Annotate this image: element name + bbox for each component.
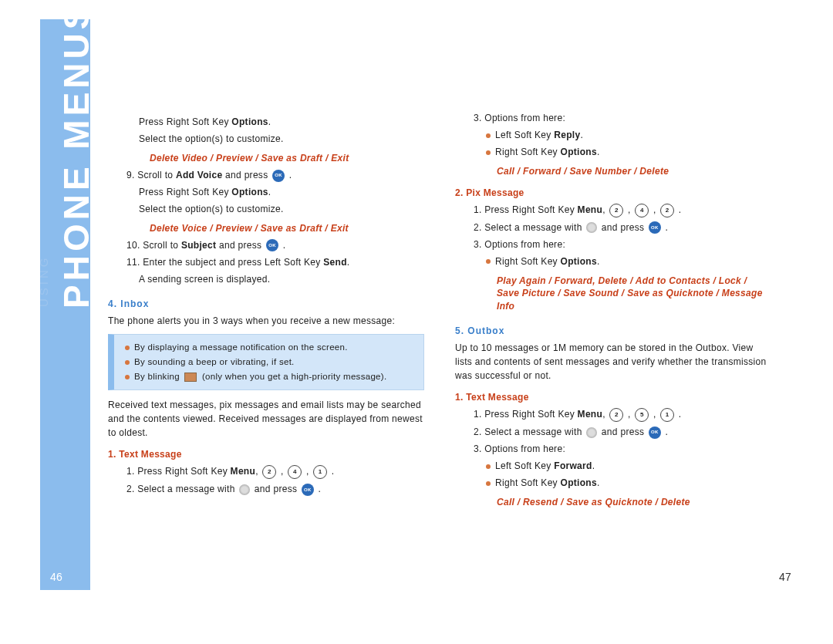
- option-line: Left Soft Key Reply.: [455, 128, 771, 142]
- bold-text: Menu: [578, 204, 603, 215]
- sub-heading-text-message: 1. Text Message: [108, 447, 424, 461]
- step: 3. Options from here:: [455, 238, 771, 251]
- alert-line: By blinking (only when you get a high-pr…: [125, 370, 416, 383]
- text: 2. Select a message with: [474, 222, 585, 233]
- text: 11. Enter the subject and press Left Sof…: [126, 257, 323, 268]
- text: Press Right Soft Key: [139, 116, 231, 127]
- text-line: Select the option(s) to customize.: [108, 132, 424, 146]
- text: Right Soft Key: [495, 477, 561, 488]
- option-line: Right Soft Key Options.: [455, 255, 771, 268]
- bullet-icon: [486, 464, 491, 469]
- menu-ok-icon: OK: [649, 427, 661, 439]
- bold-text: Menu: [231, 466, 256, 477]
- text: Left Soft Key: [495, 460, 554, 471]
- text: and press: [251, 484, 300, 494]
- text: and press: [599, 222, 647, 233]
- option-list-highlight: Call / Resend / Save as Quicknote / Dele…: [497, 496, 771, 509]
- menu-ok-icon: OK: [302, 484, 314, 496]
- text: and press: [222, 170, 271, 180]
- envelope-icon: [184, 373, 197, 382]
- keypad-5-icon: 5: [635, 408, 649, 422]
- text-line: Press Right Soft Key Options.: [108, 185, 424, 199]
- text: .: [268, 187, 271, 197]
- paragraph: Up to 10 messages or 1M memory can be st…: [455, 341, 771, 383]
- text: By sounding a beep or vibrating, if set.: [134, 357, 295, 366]
- step: 1. Press Right Soft Key Menu, 2 , 4 , 2 …: [455, 203, 771, 217]
- sub-heading-text-message: 1. Text Message: [455, 390, 771, 404]
- keypad-4-icon: 4: [635, 204, 649, 217]
- bold-text: Options: [561, 256, 597, 267]
- section-heading-outbox: 5. Outbox: [455, 324, 771, 338]
- section-heading-inbox: 4. Inbox: [108, 297, 424, 311]
- text: .: [268, 116, 271, 127]
- text: 1. Press Right Soft Key: [474, 409, 578, 420]
- text: 10. Scroll to: [126, 240, 181, 251]
- step: 10. Scroll to Subject and press OK .: [108, 238, 424, 252]
- text: ,: [255, 466, 261, 477]
- paragraph: Received text messages, pix messages and…: [108, 398, 424, 440]
- bullet-icon: [486, 259, 491, 264]
- paragraph: The phone alerts you in 3 ways when you …: [108, 314, 424, 328]
- option-list-highlight: Delete Video / Preview / Save as Draft /…: [150, 152, 424, 165]
- text: and press: [216, 240, 265, 251]
- menu-ok-icon: OK: [266, 239, 278, 251]
- bold-text: Subject: [181, 240, 216, 251]
- text: Right Soft Key: [495, 147, 561, 157]
- option-list-highlight: Delete Voice / Preview / Save as Draft /…: [150, 222, 424, 235]
- text: Left Soft Key: [495, 130, 554, 140]
- bold-text: Options: [561, 147, 597, 157]
- keypad-1-icon: 1: [660, 408, 674, 422]
- text: Right Soft Key: [495, 256, 561, 267]
- bold-text: Reply: [554, 130, 580, 140]
- option-list-highlight: Call / Forward / Save Number / Delete: [497, 165, 771, 178]
- step: 2. Select a message with and press OK .: [108, 482, 424, 496]
- alert-line: By sounding a beep or vibrating, if set.: [125, 356, 416, 369]
- left-column: Press Right Soft Key Options. Select the…: [108, 112, 424, 499]
- step: 3. Options from here:: [455, 442, 771, 456]
- bullet-icon: [125, 360, 130, 365]
- option-line: Left Soft Key Forward.: [455, 459, 771, 473]
- nav-direction-icon: [239, 484, 250, 495]
- step: 3. Options from here:: [455, 111, 771, 125]
- text: .: [347, 257, 350, 268]
- text-line: Press Right Soft Key Options.: [108, 115, 424, 129]
- nav-direction-icon: [586, 427, 597, 438]
- keypad-2-icon: 2: [660, 204, 674, 217]
- bullet-icon: [486, 150, 491, 155]
- text: (only when you get a high-priority messa…: [199, 372, 386, 381]
- right-column: 3. Options from here: Left Soft Key Repl…: [455, 108, 771, 512]
- keypad-2-icon: 2: [262, 465, 276, 479]
- text: By displaying a message notification on …: [134, 342, 348, 352]
- sidebar-title-large: PHONE MENUS: [56, 2, 97, 309]
- text-line: Select the option(s) to customize.: [108, 202, 424, 216]
- text: and press: [599, 427, 647, 437]
- step: 9. Scroll to Add Voice and press OK .: [108, 168, 424, 182]
- keypad-2-icon: 2: [609, 408, 623, 422]
- bold-text: Options: [231, 187, 268, 197]
- option-line: Right Soft Key Options.: [455, 145, 771, 159]
- step: 1. Press Right Soft Key Menu, 2 , 4 , 1 …: [108, 464, 424, 479]
- text: ,: [602, 204, 608, 215]
- bullet-icon: [125, 375, 130, 379]
- menu-ok-icon: OK: [272, 170, 285, 182]
- text-line: A sending screen is displayed.: [108, 272, 424, 286]
- text: ,: [602, 409, 608, 420]
- text: 2. Select a message with: [126, 484, 238, 494]
- option-line: Right Soft Key Options.: [455, 476, 771, 490]
- bullet-icon: [486, 133, 491, 138]
- bold-text: Forward: [554, 460, 592, 471]
- bold-text: Options: [561, 477, 597, 488]
- bold-text: Options: [231, 116, 268, 127]
- step: 2. Select a message with and press OK .: [455, 425, 771, 439]
- step: 1. Press Right Soft Key Menu, 2 , 5 , 1 …: [455, 407, 771, 422]
- alert-ways-box: By displaying a message notification on …: [108, 334, 424, 391]
- text: 1. Press Right Soft Key: [474, 204, 578, 215]
- text: 9. Scroll to: [126, 170, 176, 180]
- bold-text: Menu: [578, 409, 603, 420]
- page-number-left: 46: [50, 571, 62, 583]
- bullet-icon: [486, 481, 491, 486]
- option-list-highlight: Play Again / Forward, Delete / Add to Co…: [497, 275, 771, 313]
- bold-text: Add Voice: [176, 170, 223, 180]
- page-number-right: 47: [779, 571, 791, 583]
- menu-ok-icon: OK: [649, 221, 661, 234]
